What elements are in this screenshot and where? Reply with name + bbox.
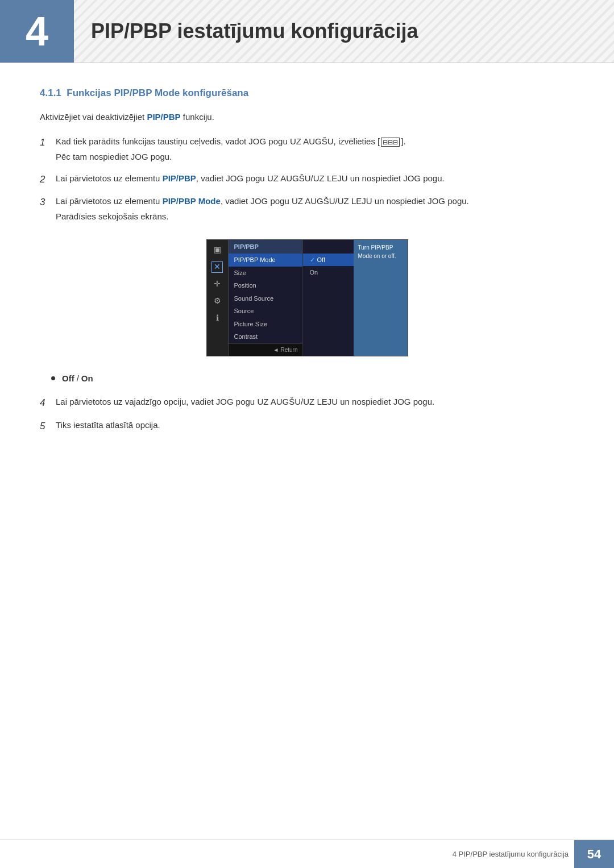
pip-pbp-mode-ref: PIP/PBP Mode — [163, 196, 221, 206]
osd-return-label: Return — [280, 346, 297, 354]
step-1-number: 1 — [40, 135, 56, 150]
bullet-off-label: Off — [62, 373, 74, 383]
osd-icon-4: ⚙ — [211, 296, 223, 307]
osd-item-size: Size — [229, 267, 302, 280]
check-icon: ✓ — [310, 256, 315, 263]
chapter-number: 4 — [0, 0, 74, 63]
steps-list: 1 Kad tiek parādīts funkcijas taustiņu c… — [40, 135, 574, 223]
chapter-title: PIP/PBP iestatījumu konfigurācija — [74, 16, 418, 47]
section-title: 4.1.1 Funkcijas PIP/PBP Mode konfigurēša… — [40, 86, 574, 101]
osd-item-pip-pbp-mode: PIP/PBP Mode — [229, 254, 302, 267]
osd-item-position: Position — [229, 279, 302, 292]
page-footer: 4 PIP/PBP iestatījumu konfigurācija 54 — [0, 840, 614, 868]
step-3-sub: Parādīsies sekojošais ekrāns. — [56, 210, 469, 223]
step-2: 2 Lai pārvietotos uz elementu PIP/PBP, v… — [40, 172, 574, 187]
osd-icon-5: ℹ — [211, 313, 223, 324]
step-4: 4 Lai pārvietotos uz vajadzīgo opciju, v… — [40, 395, 574, 410]
step-3: 3 Lai pārvietotos uz elementu PIP/PBP Mo… — [40, 194, 574, 223]
step-4-text: Lai pārvietotos uz vajadzīgo opciju, vad… — [56, 395, 434, 408]
step-5-number: 5 — [40, 419, 56, 434]
osd-hint: Turn PIP/PBP Mode on or off. — [354, 240, 408, 356]
step-1-text: Kad tiek parādīts funkcijas taustiņu ceļ… — [56, 135, 406, 164]
chapter-header: 4 PIP/PBP iestatījumu konfigurācija — [0, 0, 614, 63]
intro-paragraph: Aktivizējiet vai deaktivizējiet PIP/PBP … — [40, 111, 574, 124]
return-arrow-icon: ◄ — [273, 346, 279, 354]
osd-icon-1: ▣ — [211, 244, 223, 256]
steps-continued-list: 4 Lai pārvietotos uz vajadzīgo opciju, v… — [40, 395, 574, 433]
bullet-slash: / — [77, 373, 79, 383]
osd-submenu-off: ✓Off — [303, 254, 354, 267]
osd-menu-header: PIP/PBP — [229, 240, 302, 254]
bullet-text: Off/On — [62, 372, 93, 385]
step-5-text: Tiks iestatīta atlasītā opcija. — [56, 418, 160, 431]
osd-icon-3: ✛ — [211, 279, 223, 290]
osd-menu: ▣ ✕ ✛ ⚙ ℹ PIP/PBP PIP/PBP Mode Size Posi… — [206, 239, 408, 356]
bullet-on-label: On — [81, 373, 93, 383]
osd-menu-items: PIP/PBP Mode Size Position Sound Source … — [229, 254, 302, 356]
footer-chapter-label: 4 PIP/PBP iestatījumu konfigurācija — [453, 849, 574, 860]
step-1-sub: Pēc tam nospiediet JOG pogu. — [56, 150, 406, 163]
pip-pbp-ref-2: PIP/PBP — [163, 173, 196, 183]
screenshot-container: ▣ ✕ ✛ ⚙ ℹ PIP/PBP PIP/PBP Mode Size Posi… — [40, 239, 574, 356]
main-content: 4.1.1 Funkcijas PIP/PBP Mode konfigurēša… — [0, 86, 614, 487]
step-3-number: 3 — [40, 195, 56, 210]
osd-return-row: ◄ Return — [229, 343, 302, 356]
step-4-number: 4 — [40, 396, 56, 410]
osd-icons-column: ▣ ✕ ✛ ⚙ ℹ — [207, 240, 229, 356]
bullet-off-on: Off/On — [51, 372, 574, 385]
osd-item-contrast: Contrast — [229, 330, 302, 343]
step-2-number: 2 — [40, 172, 56, 187]
jog-icon: ⊟⊟⊟ — [381, 138, 400, 147]
osd-submenu: ✓Off On — [302, 240, 354, 356]
chapter-header-bg: PIP/PBP iestatījumu konfigurācija — [74, 0, 614, 63]
pip-pbp-bold: PIP/PBP — [147, 112, 180, 122]
osd-main-section: PIP/PBP PIP/PBP Mode Size Position Sound… — [229, 240, 302, 356]
step-2-text: Lai pārvietotos uz elementu PIP/PBP, vad… — [56, 172, 445, 185]
osd-submenu-on: On — [303, 266, 354, 279]
osd-item-sound-source: Sound Source — [229, 292, 302, 305]
step-5: 5 Tiks iestatīta atlasītā opcija. — [40, 418, 574, 434]
step-3-text: Lai pārvietotos uz elementu PIP/PBP Mode… — [56, 194, 469, 223]
osd-item-source: Source — [229, 305, 302, 318]
step-1: 1 Kad tiek parādīts funkcijas taustiņu c… — [40, 135, 574, 164]
footer-page-number: 54 — [574, 840, 614, 869]
osd-icon-2: ✕ — [211, 261, 223, 273]
bullet-dot-icon — [51, 376, 55, 380]
osd-item-picture-size: Picture Size — [229, 318, 302, 331]
osd-hint-text: Turn PIP/PBP Mode on or off. — [358, 243, 403, 260]
